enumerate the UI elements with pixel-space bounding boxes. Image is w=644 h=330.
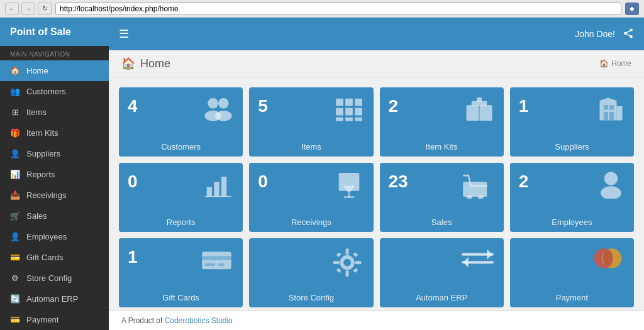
sidebar-item-label: Gift Cards: [26, 253, 64, 262]
address-bar[interactable]: [55, 3, 621, 15]
tile-store-config[interactable]: Store Config: [249, 238, 373, 307]
svg-rect-40: [202, 256, 231, 260]
footer-link[interactable]: Coderobotics Studio: [165, 316, 233, 325]
tile-suppliers[interactable]: 1 Suppliers: [510, 87, 634, 157]
tile-gift-cards[interactable]: 1 Gift Cards: [119, 238, 243, 307]
svg-rect-14: [355, 108, 362, 116]
items-tile-icon: [333, 95, 365, 129]
sidebar-item-items[interactable]: ⊞ Items: [0, 102, 109, 123]
sidebar-item-sales[interactable]: 🛒 Sales: [0, 206, 109, 226]
sidebar-item-label: Customers: [26, 87, 66, 96]
forward-button[interactable]: →: [21, 3, 35, 15]
tile-sales[interactable]: 23 Sales: [380, 163, 504, 232]
svg-rect-51: [353, 252, 358, 257]
tile-reports[interactable]: 0 Reports: [119, 163, 243, 232]
share-button[interactable]: [623, 28, 634, 41]
svg-rect-15: [336, 118, 343, 121]
svg-rect-24: [604, 105, 608, 109]
tile-customers-label: Customers: [119, 142, 243, 151]
page-header: 🏠 Home 🏠 Home: [109, 50, 644, 77]
svg-point-37: [604, 172, 618, 185]
tiles-row3: 1 Gift Cards: [119, 238, 634, 307]
tile-items-number: 5: [258, 97, 268, 115]
svg-rect-10: [345, 99, 353, 106]
breadcrumb-home-icon: 🏠: [599, 59, 609, 68]
tile-item-kits-label: Item Kits: [380, 142, 504, 151]
sidebar-item-label: Employees: [26, 232, 67, 241]
tile-items[interactable]: 5 Items: [249, 87, 373, 157]
home-icon: 🏠: [121, 57, 135, 70]
tile-payment-label: Payment: [510, 293, 634, 302]
employees-icon: 👤: [10, 232, 20, 241]
topbar: ☰ John Doe!: [109, 18, 644, 50]
sidebar-item-item-kits[interactable]: 🎁 Item Kits: [0, 123, 109, 143]
tile-customers-number: 4: [128, 97, 138, 115]
gift-cards-icon: 💳: [10, 253, 20, 262]
svg-rect-49: [336, 252, 341, 257]
item-kits-tile-icon: [464, 95, 495, 129]
main-content: ☰ John Doe! 🏠 Home 🏠 Home: [109, 18, 644, 330]
menu-toggle-button[interactable]: ☰: [119, 27, 129, 41]
tile-employees[interactable]: 2 Employees: [510, 163, 634, 232]
gift-cards-tile-icon: [199, 246, 234, 277]
sidebar-item-automan-erp[interactable]: 🔄 Automan ERP: [0, 289, 109, 309]
svg-rect-22: [604, 112, 608, 121]
sidebar-item-label: Sales: [26, 211, 47, 221]
tile-receivings[interactable]: 0 Receivings: [249, 163, 373, 232]
sidebar-item-payment[interactable]: 💳 Payment: [0, 309, 109, 330]
svg-rect-42: [218, 263, 225, 266]
tile-sales-label: Sales: [380, 217, 504, 227]
item-kits-icon: 🎁: [10, 128, 20, 138]
svg-rect-9: [336, 99, 343, 106]
browser-nav[interactable]: ← → ↻: [5, 3, 52, 15]
refresh-button[interactable]: ↻: [38, 3, 52, 15]
back-button[interactable]: ←: [5, 3, 19, 15]
tile-automan-erp[interactable]: Automan ERP: [380, 238, 504, 307]
tile-reports-number: 0: [128, 173, 138, 190]
svg-point-57: [603, 250, 613, 267]
sidebar-item-label: Reports: [26, 170, 55, 179]
tile-receivings-label: Receivings: [249, 217, 373, 227]
sidebar-item-label: Suppliers: [26, 149, 60, 158]
employees-tile-icon: [597, 170, 625, 204]
svg-point-1: [624, 31, 627, 35]
home-icon: 🏠: [10, 66, 20, 75]
svg-rect-12: [336, 108, 343, 116]
reports-icon: 📊: [10, 170, 20, 179]
svg-rect-23: [609, 112, 614, 121]
tile-gift-cards-label: Gift Cards: [119, 293, 243, 302]
store-config-icon: ⚙: [10, 273, 20, 283]
tile-customers[interactable]: 4 Customers: [119, 87, 243, 157]
tile-item-kits-number: 2: [389, 97, 399, 115]
sidebar-item-gift-cards[interactable]: 💳 Gift Cards: [0, 247, 109, 268]
automan-erp-tile-icon: [460, 246, 495, 277]
svg-rect-45: [345, 248, 348, 255]
tile-gift-cards-number: 1: [128, 248, 138, 266]
tile-reports-label: Reports: [119, 217, 243, 227]
sidebar-item-reports[interactable]: 📊 Reports: [0, 164, 109, 185]
svg-rect-26: [207, 187, 212, 197]
svg-point-44: [343, 259, 351, 267]
sidebar-item-employees[interactable]: 👤 Employees: [0, 226, 109, 247]
browser-icon: ◆: [625, 3, 639, 15]
sidebar-item-customers[interactable]: 👥 Customers: [0, 81, 109, 102]
dashboard: 4 Customers 5: [109, 77, 644, 311]
automan-erp-icon: 🔄: [10, 294, 20, 304]
sales-tile-icon: [460, 170, 495, 204]
svg-rect-41: [205, 263, 216, 266]
customers-tile-icon: [203, 95, 234, 129]
svg-line-3: [626, 34, 630, 36]
svg-rect-16: [345, 118, 353, 121]
footer: A Product of Coderobotics Studio: [109, 311, 644, 330]
sidebar-item-store-config[interactable]: ⚙ Store Config: [0, 268, 109, 289]
sidebar-item-suppliers[interactable]: 👤 Suppliers: [0, 143, 109, 164]
sidebar-item-home[interactable]: 🏠 Home: [0, 60, 109, 81]
svg-rect-47: [333, 261, 339, 264]
sidebar-item-receivings[interactable]: 📥 Receivings: [0, 185, 109, 206]
svg-rect-48: [355, 261, 361, 264]
tile-item-kits[interactable]: 2 Item Kits: [380, 87, 504, 157]
svg-rect-52: [336, 268, 341, 273]
tile-payment[interactable]: Payment: [510, 238, 634, 307]
svg-rect-39: [202, 251, 231, 269]
tile-receivings-number: 0: [258, 173, 268, 190]
